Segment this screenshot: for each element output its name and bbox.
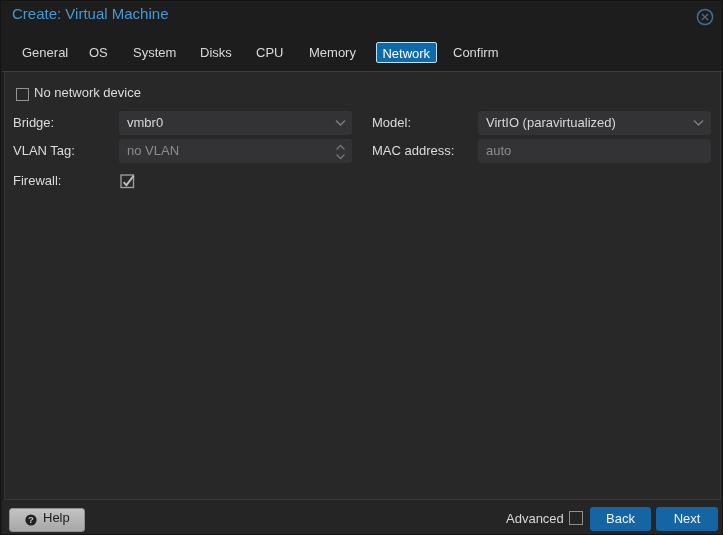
svg-text:?: ? (28, 514, 34, 525)
